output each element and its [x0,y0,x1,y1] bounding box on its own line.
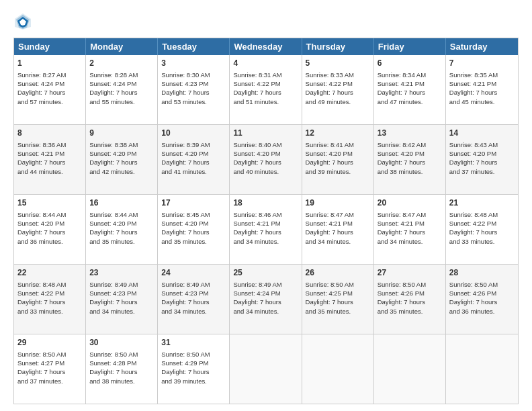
day-info-line-1: Sunrise: 8:34 AM [378,71,442,79]
day-number: 29 [17,337,82,349]
day-cell-12: 12Sunrise: 8:41 AMSunset: 4:20 PMDayligh… [302,125,374,194]
day-info-line-3: Daylight: 7 hours [449,158,515,167]
weekday-header-monday: Monday [86,38,158,55]
day-cell-17: 17Sunrise: 8:45 AMSunset: 4:20 PMDayligh… [158,195,230,264]
day-info-line-2: Sunset: 4:21 PM [233,219,298,228]
day-info-line-3: Daylight: 7 hours [89,228,154,236]
day-info-line-3: Daylight: 7 hours [89,367,154,376]
day-info-line-3: Daylight: 7 hours [161,228,226,236]
day-info-line-4: and 33 minutes. [17,307,82,316]
day-info-line-1: Sunrise: 8:47 AM [378,210,442,219]
day-info-line-4: and 34 minutes. [378,237,442,246]
calendar-body: 1Sunrise: 8:27 AMSunset: 4:24 PMDaylight… [14,55,518,404]
day-info-line-2: Sunset: 4:20 PM [233,149,298,158]
weekday-header-saturday: Saturday [446,38,518,55]
day-number: 16 [89,197,154,209]
day-cell-28: 28Sunrise: 8:50 AMSunset: 4:26 PMDayligh… [446,265,518,334]
day-info-line-3: Daylight: 7 hours [306,88,370,97]
day-cell-22: 22Sunrise: 8:48 AMSunset: 4:22 PMDayligh… [14,265,86,334]
page: SundayMondayTuesdayWednesdayThursdayFrid… [0,0,532,411]
day-info-line-3: Daylight: 7 hours [378,298,442,306]
day-cell-7: 7Sunrise: 8:35 AMSunset: 4:21 PMDaylight… [446,55,518,124]
day-info-line-1: Sunrise: 8:46 AM [233,210,298,219]
day-info-line-4: and 40 minutes. [233,167,298,176]
day-info-line-1: Sunrise: 8:31 AM [233,71,298,79]
day-info-line-1: Sunrise: 8:36 AM [17,140,82,149]
day-info-line-3: Daylight: 7 hours [378,158,442,167]
day-info-line-4: and 45 minutes. [449,97,515,106]
day-info-line-1: Sunrise: 8:48 AM [17,280,82,289]
day-info-line-4: and 33 minutes. [449,237,515,246]
day-info-line-2: Sunset: 4:29 PM [161,359,226,367]
day-info-line-4: and 42 minutes. [89,167,154,176]
day-number: 24 [161,267,226,279]
day-number: 5 [306,58,370,69]
day-info-line-3: Daylight: 7 hours [161,298,226,306]
day-info-line-2: Sunset: 4:23 PM [89,289,154,298]
day-info-line-3: Daylight: 7 hours [449,228,515,236]
day-info-line-3: Daylight: 7 hours [89,88,154,97]
calendar-header: SundayMondayTuesdayWednesdayThursdayFrid… [14,38,518,55]
day-number: 22 [17,267,82,279]
day-info-line-4: and 36 minutes. [449,307,515,316]
empty-cell [446,334,518,404]
day-info-line-1: Sunrise: 8:30 AM [161,71,226,79]
day-info-line-4: and 39 minutes. [306,167,370,176]
day-info-line-1: Sunrise: 8:38 AM [89,140,154,149]
day-info-line-1: Sunrise: 8:48 AM [449,210,515,219]
day-info-line-1: Sunrise: 8:45 AM [161,210,226,219]
day-info-line-1: Sunrise: 8:40 AM [233,140,298,149]
day-info-line-1: Sunrise: 8:44 AM [17,210,82,219]
empty-cell [230,334,302,404]
day-info-line-2: Sunset: 4:22 PM [449,219,515,228]
day-number: 9 [89,128,154,139]
day-info-line-4: and 51 minutes. [233,97,298,106]
day-info-line-4: and 38 minutes. [378,167,442,176]
day-info-line-1: Sunrise: 8:42 AM [378,140,442,149]
day-info-line-3: Daylight: 7 hours [161,158,226,167]
day-info-line-1: Sunrise: 8:33 AM [306,71,370,79]
day-cell-31: 31Sunrise: 8:50 AMSunset: 4:29 PMDayligh… [158,334,230,404]
day-info-line-2: Sunset: 4:21 PM [17,149,82,158]
day-number: 2 [89,58,154,69]
day-cell-15: 15Sunrise: 8:44 AMSunset: 4:20 PMDayligh… [14,195,86,264]
day-info-line-2: Sunset: 4:20 PM [306,149,370,158]
day-number: 14 [449,128,515,139]
day-info-line-1: Sunrise: 8:50 AM [378,280,442,289]
calendar-row-5: 29Sunrise: 8:50 AMSunset: 4:27 PMDayligh… [14,334,518,404]
day-info-line-2: Sunset: 4:25 PM [306,289,370,298]
day-info-line-4: and 34 minutes. [306,237,370,246]
day-info-line-3: Daylight: 7 hours [89,158,154,167]
day-info-line-4: and 53 minutes. [161,97,226,106]
day-info-line-2: Sunset: 4:20 PM [17,219,82,228]
day-info-line-2: Sunset: 4:20 PM [161,219,226,228]
day-info-line-2: Sunset: 4:26 PM [449,289,515,298]
day-cell-18: 18Sunrise: 8:46 AMSunset: 4:21 PMDayligh… [230,195,302,264]
day-number: 8 [17,128,82,139]
weekday-header-tuesday: Tuesday [158,38,230,55]
day-number: 23 [89,267,154,279]
day-info-line-1: Sunrise: 8:43 AM [449,140,515,149]
day-info-line-1: Sunrise: 8:28 AM [89,71,154,79]
day-info-line-4: and 39 minutes. [161,377,226,385]
day-cell-14: 14Sunrise: 8:43 AMSunset: 4:20 PMDayligh… [446,125,518,194]
day-info-line-3: Daylight: 7 hours [449,298,515,306]
day-number: 4 [233,58,298,69]
day-info-line-4: and 34 minutes. [89,307,154,316]
day-info-line-4: and 34 minutes. [233,307,298,316]
day-info-line-1: Sunrise: 8:27 AM [17,71,82,79]
day-info-line-3: Daylight: 7 hours [161,367,226,376]
day-number: 10 [161,128,226,139]
day-number: 7 [449,58,515,69]
day-info-line-3: Daylight: 7 hours [17,158,82,167]
day-cell-29: 29Sunrise: 8:50 AMSunset: 4:27 PMDayligh… [14,334,86,404]
day-info-line-1: Sunrise: 8:47 AM [306,210,370,219]
day-info-line-1: Sunrise: 8:44 AM [89,210,154,219]
day-info-line-3: Daylight: 7 hours [17,367,82,376]
day-info-line-3: Daylight: 7 hours [17,88,82,97]
day-number: 11 [233,128,298,139]
day-info-line-3: Daylight: 7 hours [233,228,298,236]
day-info-line-1: Sunrise: 8:49 AM [89,280,154,289]
day-info-line-4: and 55 minutes. [89,97,154,106]
day-info-line-2: Sunset: 4:26 PM [378,289,442,298]
